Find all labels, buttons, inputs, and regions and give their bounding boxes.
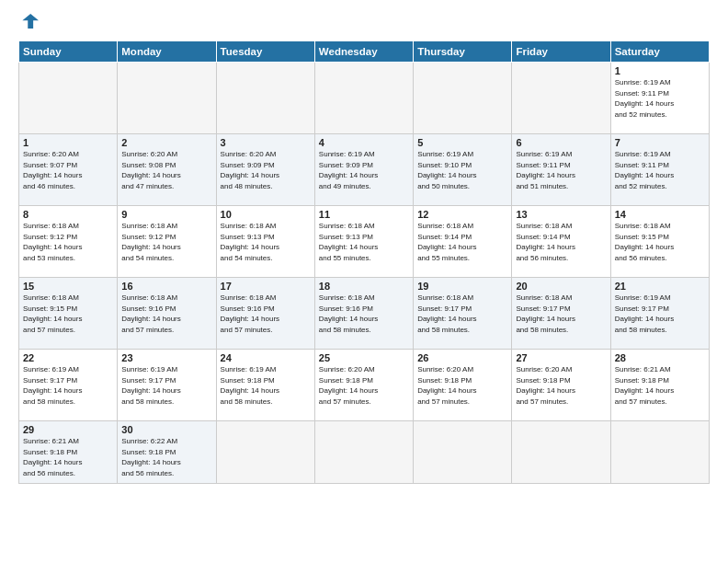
day-number: 17: [221, 281, 311, 292]
day-info: Sunrise: 6:19 AMSunset: 9:10 PMDaylight:…: [417, 149, 507, 191]
day-number: 24: [221, 352, 311, 363]
day-info: Sunrise: 6:18 AMSunset: 9:16 PMDaylight:…: [221, 293, 311, 335]
page: SundayMondayTuesdayWednesdayThursdayFrid…: [0, 0, 728, 563]
day-info: Sunrise: 6:20 AMSunset: 9:08 PMDaylight:…: [121, 149, 211, 191]
day-number: 20: [516, 281, 606, 292]
day-info: Sunrise: 6:18 AMSunset: 9:13 PMDaylight:…: [221, 221, 311, 263]
calendar-cell: 29Sunrise: 6:21 AMSunset: 9:18 PMDayligh…: [19, 421, 118, 484]
calendar-cell: [610, 421, 709, 484]
day-info: Sunrise: 6:18 AMSunset: 9:12 PMDaylight:…: [23, 221, 113, 263]
calendar-cell: [118, 63, 216, 134]
day-number: 1: [615, 65, 705, 76]
calendar-cell: [216, 421, 314, 484]
calendar-cell: 27Sunrise: 6:20 AMSunset: 9:18 PMDayligh…: [512, 350, 610, 421]
day-number: 16: [121, 281, 211, 292]
calendar-cell: 19Sunrise: 6:18 AMSunset: 9:17 PMDayligh…: [414, 278, 512, 350]
day-number: 22: [23, 352, 113, 363]
day-number: 30: [121, 424, 211, 435]
day-info: Sunrise: 6:18 AMSunset: 9:16 PMDaylight:…: [121, 293, 211, 335]
day-number: 14: [615, 209, 705, 220]
day-number: 9: [121, 209, 211, 220]
calendar-cell: [314, 63, 413, 134]
day-info: Sunrise: 6:18 AMSunset: 9:17 PMDaylight:…: [516, 293, 606, 335]
day-info: Sunrise: 6:19 AMSunset: 9:11 PMDaylight:…: [615, 149, 705, 191]
calendar-cell: 26Sunrise: 6:20 AMSunset: 9:18 PMDayligh…: [414, 350, 512, 421]
calendar-cell: 18Sunrise: 6:18 AMSunset: 9:16 PMDayligh…: [314, 278, 413, 350]
day-header: Friday: [512, 41, 610, 63]
day-header: Sunday: [19, 41, 118, 63]
calendar-cell: 1Sunrise: 6:20 AMSunset: 9:07 PMDaylight…: [19, 134, 118, 206]
calendar-cell: 3Sunrise: 6:20 AMSunset: 9:09 PMDaylight…: [216, 134, 314, 206]
day-info: Sunrise: 6:19 AMSunset: 9:18 PMDaylight:…: [221, 364, 311, 407]
day-number: 12: [417, 209, 507, 220]
day-number: 18: [319, 281, 409, 292]
day-header: Tuesday: [216, 41, 314, 63]
day-info: Sunrise: 6:19 AMSunset: 9:11 PMDaylight:…: [615, 77, 705, 120]
calendar-cell: 11Sunrise: 6:18 AMSunset: 9:13 PMDayligh…: [314, 206, 413, 278]
calendar-cell: 16Sunrise: 6:18 AMSunset: 9:16 PMDayligh…: [118, 278, 216, 350]
calendar-cell: [216, 63, 314, 134]
day-info: Sunrise: 6:20 AMSunset: 9:09 PMDaylight:…: [221, 149, 311, 191]
day-info: Sunrise: 6:18 AMSunset: 9:12 PMDaylight:…: [121, 221, 211, 263]
calendar-cell: 9Sunrise: 6:18 AMSunset: 9:12 PMDaylight…: [118, 206, 216, 278]
logo-icon: [18, 11, 39, 31]
calendar-cell: 1Sunrise: 6:19 AMSunset: 9:11 PMDaylight…: [610, 63, 709, 134]
day-number: 26: [417, 352, 507, 363]
calendar-cell: 25Sunrise: 6:20 AMSunset: 9:18 PMDayligh…: [314, 350, 413, 421]
day-info: Sunrise: 6:20 AMSunset: 9:18 PMDaylight:…: [417, 364, 507, 407]
day-info: Sunrise: 6:22 AMSunset: 9:18 PMDaylight:…: [121, 436, 211, 478]
calendar-cell: 6Sunrise: 6:19 AMSunset: 9:11 PMDaylight…: [512, 134, 610, 206]
day-header: Saturday: [610, 41, 709, 63]
day-info: Sunrise: 6:18 AMSunset: 9:15 PMDaylight:…: [23, 293, 113, 335]
calendar-cell: 7Sunrise: 6:19 AMSunset: 9:11 PMDaylight…: [610, 134, 709, 206]
day-number: 3: [221, 137, 311, 148]
logo: [18, 15, 40, 35]
day-info: Sunrise: 6:18 AMSunset: 9:14 PMDaylight:…: [516, 221, 606, 263]
day-info: Sunrise: 6:20 AMSunset: 9:07 PMDaylight:…: [23, 149, 113, 191]
day-info: Sunrise: 6:19 AMSunset: 9:11 PMDaylight:…: [516, 149, 606, 191]
day-number: 8: [23, 209, 113, 220]
day-header: Monday: [118, 41, 216, 63]
calendar-cell: [314, 421, 413, 484]
calendar-cell: [512, 63, 610, 134]
calendar-cell: 5Sunrise: 6:19 AMSunset: 9:10 PMDaylight…: [414, 134, 512, 206]
day-info: Sunrise: 6:18 AMSunset: 9:16 PMDaylight:…: [319, 293, 409, 335]
day-number: 28: [615, 352, 705, 363]
calendar-cell: 23Sunrise: 6:19 AMSunset: 9:17 PMDayligh…: [118, 350, 216, 421]
day-number: 1: [23, 137, 113, 148]
calendar-cell: 12Sunrise: 6:18 AMSunset: 9:14 PMDayligh…: [414, 206, 512, 278]
calendar-cell: [19, 63, 118, 134]
calendar-cell: 15Sunrise: 6:18 AMSunset: 9:15 PMDayligh…: [19, 278, 118, 350]
day-info: Sunrise: 6:19 AMSunset: 9:17 PMDaylight:…: [23, 364, 113, 407]
day-number: 21: [615, 281, 705, 292]
day-info: Sunrise: 6:20 AMSunset: 9:18 PMDaylight:…: [319, 364, 409, 407]
day-number: 7: [615, 137, 705, 148]
day-number: 23: [121, 352, 211, 363]
calendar-cell: [414, 63, 512, 134]
calendar-cell: [414, 421, 512, 484]
calendar-cell: 4Sunrise: 6:19 AMSunset: 9:09 PMDaylight…: [314, 134, 413, 206]
day-info: Sunrise: 6:18 AMSunset: 9:15 PMDaylight:…: [615, 221, 705, 263]
calendar-cell: [512, 421, 610, 484]
calendar-cell: 30Sunrise: 6:22 AMSunset: 9:18 PMDayligh…: [118, 421, 216, 484]
calendar-cell: 28Sunrise: 6:21 AMSunset: 9:18 PMDayligh…: [610, 350, 709, 421]
calendar-cell: 13Sunrise: 6:18 AMSunset: 9:14 PMDayligh…: [512, 206, 610, 278]
calendar-cell: 2Sunrise: 6:20 AMSunset: 9:08 PMDaylight…: [118, 134, 216, 206]
day-number: 15: [23, 281, 113, 292]
day-info: Sunrise: 6:18 AMSunset: 9:13 PMDaylight:…: [319, 221, 409, 263]
calendar-cell: 14Sunrise: 6:18 AMSunset: 9:15 PMDayligh…: [610, 206, 709, 278]
calendar-cell: 17Sunrise: 6:18 AMSunset: 9:16 PMDayligh…: [216, 278, 314, 350]
day-header: Wednesday: [314, 41, 413, 63]
day-number: 27: [516, 352, 606, 363]
day-number: 13: [516, 209, 606, 220]
day-number: 5: [417, 137, 507, 148]
header: [18, 15, 710, 35]
day-info: Sunrise: 6:18 AMSunset: 9:17 PMDaylight:…: [417, 293, 507, 335]
day-number: 25: [319, 352, 409, 363]
day-number: 4: [319, 137, 409, 148]
day-info: Sunrise: 6:19 AMSunset: 9:09 PMDaylight:…: [319, 149, 409, 191]
day-number: 6: [516, 137, 606, 148]
calendar-cell: 21Sunrise: 6:19 AMSunset: 9:17 PMDayligh…: [610, 278, 709, 350]
day-number: 29: [23, 424, 113, 435]
day-info: Sunrise: 6:21 AMSunset: 9:18 PMDaylight:…: [23, 436, 113, 478]
